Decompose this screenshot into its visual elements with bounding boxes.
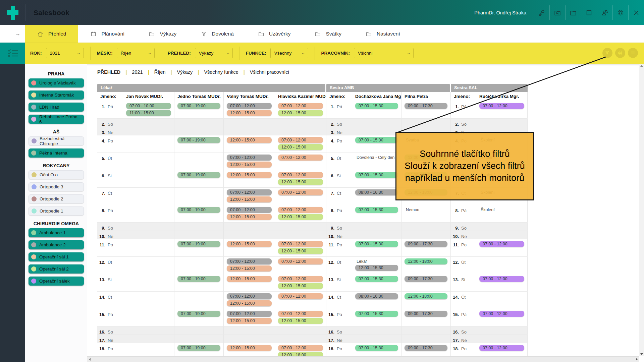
shift-chip[interactable]: 12:00 - 15:00 (227, 276, 272, 282)
shift-chip[interactable]: 09:00 - 17:30 (405, 276, 447, 282)
scroll-down-arrow-icon[interactable] (640, 353, 643, 355)
shift-chip[interactable]: 12:00 - 15:00 (278, 144, 323, 150)
shift-chip[interactable]: 12:00 - 15:00 (227, 137, 272, 143)
shift-chip[interactable]: 09:00 - 17:30 (405, 311, 447, 317)
shift-chip[interactable]: 07:00 - 15:30 (355, 172, 398, 178)
shift-chip[interactable]: 12:00 - 18:00 (278, 352, 323, 356)
shift-chip[interactable]: 12:00 - 15:00 (227, 196, 272, 202)
shift-chip[interactable]: 07:00 - 15:30 (355, 276, 398, 282)
scroll-up-arrow-icon[interactable] (640, 65, 643, 67)
department-pill[interactable]: Bezbolestná Chirurgie (29, 136, 84, 145)
shift-chip[interactable]: 07:00 - 19:00 (177, 241, 220, 247)
shift-chip[interactable]: 07:00 - 12:00 (227, 311, 272, 317)
filter-select-mesic[interactable]: Říjen⌄ (117, 48, 155, 58)
shift-chip[interactable]: 12:00 - 15:00 (227, 162, 272, 168)
key-icon[interactable] (534, 5, 549, 20)
shift-chip[interactable]: 07:00 - 12:00 (278, 155, 323, 161)
scroll-left-arrow-icon[interactable] (89, 358, 91, 361)
tab-dovolena[interactable]: Dovolená (189, 25, 246, 43)
tab-svatky[interactable]: Svátky (303, 25, 354, 43)
shift-chip[interactable]: 12:00 - 15:00 (227, 172, 272, 178)
shift-chip[interactable]: 12:00 - 15:00 (278, 110, 323, 116)
shift-chip[interactable]: 07:00 - 12:00 (278, 345, 323, 351)
close-icon[interactable] (628, 5, 644, 20)
shift-chip[interactable]: 07:00 - 12:00 (227, 155, 272, 161)
department-pill[interactable]: Operační sálek (29, 277, 84, 286)
folder-icon[interactable] (565, 5, 581, 20)
shift-chip[interactable]: 07:00 - 12:00 (278, 189, 323, 195)
shift-chip[interactable]: 07:00 - 12:00 (278, 311, 323, 317)
shift-chip[interactable]: 12:00 - 15:00 (278, 179, 323, 185)
shift-chip[interactable]: 12:00 - 18:00 (405, 258, 447, 264)
shift-note[interactable]: Nemoc (401, 206, 450, 213)
print-button[interactable] (615, 48, 625, 58)
shift-chip[interactable]: 07:00 - 12:00 (479, 311, 524, 317)
filter-select-prehled[interactable]: Výkazy⌄ (195, 48, 233, 58)
shift-chip[interactable]: 07:00 - 19:00 (177, 311, 220, 317)
shift-chip[interactable]: 07:00 - 15:30 (355, 207, 398, 213)
filter-select-funkce[interactable]: Všechny⌄ (270, 48, 308, 58)
menu-button[interactable] (628, 48, 638, 58)
shift-chip[interactable]: 07:00 - 12:00 (278, 276, 323, 282)
department-pill[interactable]: Oční O.o (29, 170, 84, 179)
shift-chip[interactable]: 07:00 - 15:30 (355, 103, 398, 109)
shift-chip[interactable]: 07:00 - 12:00 (227, 207, 272, 213)
department-pill[interactable]: Urologie Václavák (29, 78, 84, 87)
tab-vykazy[interactable]: Výkazy (137, 25, 189, 43)
shift-chip[interactable]: 07:00 - 19:00 (177, 103, 220, 109)
shift-note[interactable]: Lékař (352, 258, 401, 264)
shift-chip[interactable]: 07:00 - 15:30 (355, 345, 398, 351)
shift-chip[interactable]: 12:00 - 15:00 (227, 241, 272, 247)
department-pill[interactable]: LDN Hrad (29, 103, 84, 112)
shift-chip[interactable]: 07:00 - 12:00 (227, 293, 272, 299)
shift-chip[interactable]: 09:00 - 17:30 (405, 103, 447, 109)
shift-chip[interactable]: 08:00 - 16:30 (355, 189, 398, 195)
shift-chip[interactable]: 07:00 - 12:00 (278, 103, 323, 109)
shift-chip[interactable]: 07:00 - 15:30 (355, 137, 398, 143)
department-pill[interactable]: Rehabilitace Praha 6 (29, 115, 84, 124)
shift-chip[interactable]: 07:00 - 12:00 (278, 172, 323, 178)
shift-chip[interactable]: 07:00 - 19:00 (177, 276, 220, 282)
department-pill[interactable]: Ortopedie 1 (29, 206, 84, 216)
scroll-right-arrow-icon[interactable] (636, 358, 638, 361)
filter-button[interactable] (602, 48, 612, 58)
vertical-scrollbar[interactable] (639, 64, 644, 356)
shift-chip[interactable]: 07:00 - 12:00 (278, 241, 323, 247)
shift-note[interactable]: Školení (476, 206, 527, 213)
department-pill[interactable]: Operační sál 2 (29, 264, 84, 274)
department-pill[interactable]: Ortopedie 3 (29, 182, 84, 191)
shift-chip[interactable]: 07:00 - 19:00 (177, 137, 220, 143)
department-pill[interactable]: Ortopedie 2 (29, 194, 84, 203)
square-icon[interactable] (581, 5, 597, 20)
checklist-menu-button[interactable] (0, 43, 25, 64)
shift-chip[interactable]: 12:00 - 15:00 (278, 214, 323, 220)
shift-chip[interactable]: 09:00 - 17:30 (405, 241, 447, 247)
shift-chip[interactable]: 07:00 - 12:00 (227, 258, 272, 264)
shift-chip[interactable]: 07:00 - 12:00 (278, 137, 323, 143)
shift-chip[interactable]: 07:00 - 10:00 (126, 103, 171, 109)
shift-chip[interactable]: 12:00 - 15:00 (227, 300, 272, 306)
expand-arrow-icon[interactable]: → (0, 25, 25, 43)
shift-chip[interactable]: 07:00 - 12:00 (278, 293, 323, 299)
shift-chip[interactable]: 07:00 - 12:00 (227, 189, 272, 195)
tab-prehled[interactable]: Přehled (25, 25, 78, 43)
shift-chip[interactable]: 12:00 - 15:00 (227, 214, 272, 220)
tab-uzaverky[interactable]: Uzávěrky (246, 25, 303, 43)
shift-chip[interactable]: 12:00 - 18:00 (405, 293, 447, 299)
filter-select-rok[interactable]: 2021⌄ (46, 48, 84, 58)
shift-chip[interactable]: 07:00 - 12:00 (479, 103, 524, 109)
filter-select-pracovnik[interactable]: Všichni⌄ (354, 48, 414, 58)
shift-chip[interactable]: 12:00 - 15:00 (227, 318, 272, 324)
shift-chip[interactable]: 07:00 - 12:00 (479, 345, 524, 351)
shift-chip[interactable]: 07:00 - 12:00 (479, 276, 524, 282)
tab-nastaveni[interactable]: Nastavení (354, 25, 412, 43)
shift-chip[interactable]: 07:00 - 19:00 (177, 172, 220, 178)
shift-chip[interactable]: 08:00 - 16:30 (355, 293, 398, 299)
folder-n-icon[interactable] (549, 5, 565, 20)
shift-chip[interactable]: 11:00 - 15:00 (126, 110, 171, 116)
shift-chip[interactable]: 12:00 - 15:00 (278, 283, 323, 289)
shift-chip[interactable]: 07:00 - 15:30 (355, 311, 398, 317)
shift-chip[interactable]: 12:00 - 15:00 (227, 265, 272, 272)
tab-planovani[interactable]: Plánování (78, 25, 137, 43)
department-pill[interactable]: Pěkná Interna (29, 148, 84, 158)
